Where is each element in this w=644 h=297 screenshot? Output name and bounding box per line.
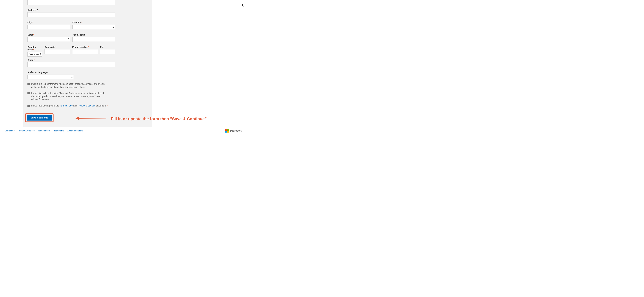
city-label: City* [28,21,70,24]
partners-opt-in-label: I would like to hear from the Microsoft … [31,92,110,101]
terms-agree-label: I have read and agree to the Terms of Us… [31,104,108,107]
ext-input[interactable] [100,49,115,54]
footer-contact-link[interactable]: Contact us [5,130,14,132]
privacy-cookies-link[interactable]: Privacy & Cookies [78,104,96,107]
footer-links: Contact us Privacy & Cookies Terms of us… [5,130,86,132]
save-button-highlight: Save & continue [25,113,54,122]
address3-label: Address 3 [28,9,148,11]
annotation-text: Fill in or update the form then “Save & … [111,116,207,121]
country-code-label: Country code* [28,46,42,51]
email-input[interactable] [28,62,115,67]
country-select[interactable] [72,25,115,29]
state-select[interactable] [28,37,70,42]
state-label: State* [28,34,70,36]
email-label: Email* [28,59,148,61]
phone-number-label: Phone number* [72,46,98,48]
city-input[interactable] [28,25,70,29]
chevron-sort-icon [71,76,72,78]
partners-opt-in-checkbox[interactable] [28,92,30,94]
footer-terms-link[interactable]: Terms of use [38,130,50,132]
chevron-sort-icon [112,26,114,28]
profile-form-panel: Address 3 City* Country* [23,0,152,127]
page-footer: Contact us Privacy & Cookies Terms of us… [0,127,246,134]
address2-input[interactable] [28,0,115,5]
annotation-arrow [76,117,107,119]
ext-label: Ext [100,46,115,48]
terms-of-use-link[interactable]: Terms of Use [60,104,72,107]
postal-code-label: Postal code [72,34,115,36]
terms-agree-checkbox[interactable] [28,105,30,107]
microsoft-logo-icon [226,129,229,133]
phone-number-input[interactable] [72,49,98,54]
address3-input[interactable] [28,12,115,17]
footer-privacy-link[interactable]: Privacy & Cookies [18,130,34,132]
footer-trademarks-link[interactable]: Trademarks [53,130,64,132]
microsoft-logo: Microsoft [226,129,242,133]
footer-accommodations-link[interactable]: Accommodations [67,130,83,132]
area-code-label: Area code* [44,46,70,48]
mouse-cursor [242,4,244,7]
marketing-opt-in-checkbox[interactable] [28,83,30,85]
save-continue-button[interactable]: Save & continue [27,115,52,121]
area-code-input[interactable] [44,49,70,54]
country-code-select[interactable]: Switzerland (+41) [28,52,42,57]
preferred-language-label: Preferred language* [28,71,148,74]
chevron-sort-icon [40,53,41,55]
marketing-opt-in-label: I would like to hear from the Microsoft … [31,83,110,89]
preferred-language-select[interactable] [28,75,74,79]
postal-code-input[interactable] [72,37,115,42]
country-label: Country* [72,21,115,24]
chevron-sort-icon [68,38,69,40]
